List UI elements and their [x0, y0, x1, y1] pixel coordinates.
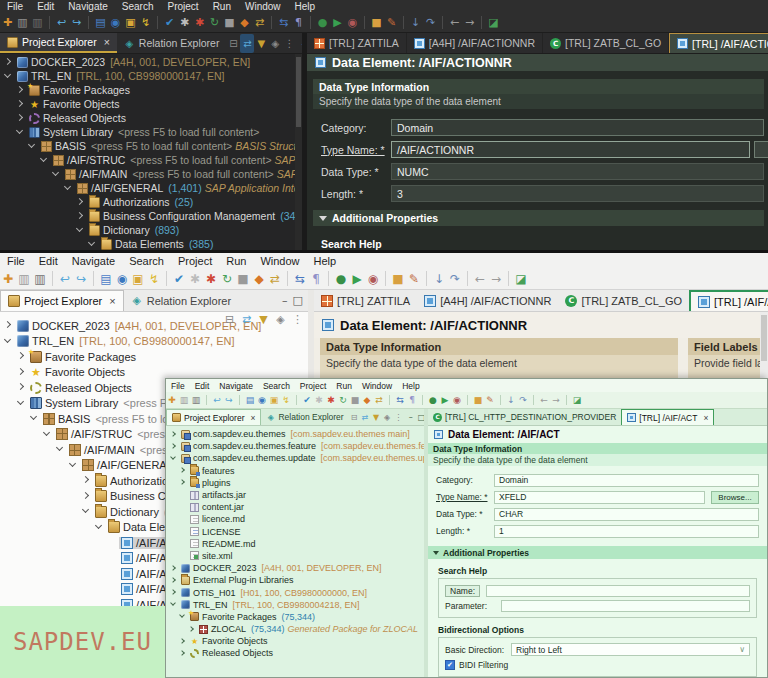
tree-item-artifacts-jar[interactable]: artifacts.jar — [166, 489, 424, 501]
tab-project-explorer[interactable]: Project Explorer × — [0, 33, 117, 53]
focus-icon[interactable]: ◈ — [268, 34, 282, 53]
tree-item-external-plug-in-libraries[interactable]: External Plug-in Libraries — [166, 574, 424, 586]
view-menu-icon[interactable]: ⋮ — [290, 312, 305, 330]
refresh-icon[interactable]: ↻ — [207, 16, 222, 29]
activate-icon[interactable]: ↯ — [146, 272, 162, 286]
type-name-input[interactable]: XFELD — [494, 491, 705, 504]
tree-item-favorite-packages[interactable]: Favorite Packages — [0, 349, 308, 365]
run-check-icon[interactable]: ✔ — [301, 395, 313, 405]
menu-search[interactable]: Search — [115, 1, 161, 12]
compare-icon[interactable]: ⇆ — [292, 272, 308, 286]
editor-tab-trl-cl-http-destination-provider[interactable]: [TRL] CL_HTTP_DESTINATION_PROVIDER — [428, 409, 621, 425]
last-edit-location-icon[interactable]: ◪ — [571, 395, 583, 405]
run-check-icon[interactable]: ✔ — [162, 16, 177, 29]
run-icon[interactable]: ▶ — [330, 16, 345, 29]
debug-icon[interactable]: ● — [427, 395, 439, 405]
collapse-all-icon[interactable]: ⊟ — [226, 34, 240, 53]
menu-edit[interactable]: Edit — [30, 1, 61, 12]
expander-icon[interactable] — [16, 352, 25, 361]
expander-icon[interactable] — [75, 226, 84, 235]
open-resource-icon[interactable]: ■ — [369, 16, 384, 29]
tree-item-content-jar[interactable]: content.jar — [166, 501, 424, 513]
expander-icon[interactable] — [15, 86, 24, 95]
menu-navigate[interactable]: Navigate — [61, 1, 114, 12]
feed-reader-icon[interactable]: ◆ — [251, 272, 267, 286]
expander-icon[interactable] — [178, 479, 185, 486]
tree-item-com-sapdev-eu-themes[interactable]: com.sapdev.eu.themes[com.sapdev.eu.theme… — [166, 428, 424, 440]
redo-icon[interactable]: ↪ — [69, 16, 84, 29]
expander-icon[interactable] — [15, 128, 24, 137]
focus-icon[interactable]: ◈ — [273, 312, 288, 330]
category-input[interactable]: Domain — [494, 474, 759, 487]
back-icon[interactable]: ← — [538, 395, 550, 405]
open-sap-gui-icon[interactable]: ▣ — [268, 395, 280, 405]
redo-icon[interactable]: ↪ — [73, 272, 89, 286]
expander-icon[interactable] — [63, 184, 72, 193]
tree-item-com-sapdev-eu-themes-update[interactable]: com.sapdev.eu.themes.update[com.sapdev.e… — [166, 452, 424, 464]
expander-icon[interactable] — [16, 399, 25, 408]
tree-item-released-objects[interactable]: Released Objects — [0, 111, 302, 125]
format-icon[interactable]: ✎ — [484, 395, 496, 405]
tree-item-favorite-objects[interactable]: Favorite Objects — [0, 97, 302, 111]
tree-item-authorizations[interactable]: Authorizations(25) — [0, 195, 302, 209]
menu-search[interactable]: Search — [258, 381, 295, 391]
menu-window[interactable]: Window — [357, 381, 397, 391]
menu-file[interactable]: File — [0, 1, 30, 12]
refresh-icon[interactable]: ↻ — [337, 395, 349, 405]
forward-icon[interactable]: → — [550, 395, 562, 405]
show-whitespace-icon[interactable]: ¶ — [406, 395, 418, 405]
expander-icon[interactable] — [169, 577, 176, 584]
tab-project-explorer[interactable]: Project Explorer × — [166, 409, 261, 425]
additional-properties-section[interactable]: Additional Properties — [428, 546, 767, 559]
scrollbar-vertical[interactable] — [295, 54, 302, 250]
tree-item-dictionary[interactable]: Dictionary(893) — [0, 223, 302, 237]
editor-tab-a4h-aif-actionnr[interactable]: [A4H] /AIF/ACTIONNR — [417, 290, 558, 311]
refresh-icon[interactable]: ↻ — [219, 272, 235, 286]
link-with-editor-icon[interactable]: ⇄ — [239, 312, 254, 330]
minimize-icon[interactable]: – — [282, 294, 288, 307]
menu-file[interactable]: File — [166, 381, 190, 391]
profile-icon[interactable]: ◉ — [365, 272, 381, 286]
open-resource-icon[interactable]: ■ — [472, 395, 484, 405]
filter-icon[interactable]: ▼ — [371, 410, 382, 425]
forward-icon[interactable]: → — [462, 16, 477, 29]
forward-icon[interactable]: → — [488, 272, 504, 286]
debug-icon[interactable]: ● — [315, 16, 330, 29]
expander-icon[interactable] — [16, 368, 25, 377]
step-over-icon[interactable]: ↷ — [423, 16, 438, 29]
menu-edit[interactable]: Edit — [190, 381, 215, 391]
show-in-editor-icon[interactable]: ▤ — [244, 395, 256, 405]
undo-icon[interactable]: ↩ — [57, 272, 73, 286]
expander-icon[interactable] — [169, 443, 176, 450]
last-edit-location-icon[interactable]: ◪ — [486, 16, 501, 29]
expander-icon[interactable] — [81, 476, 90, 485]
tree-item-otis-h01[interactable]: OTIS_H01[H01, 100, CB9980000000, EN] — [166, 586, 424, 598]
tree-item-system-library[interactable]: System Library<press F5 to load full con… — [0, 125, 302, 139]
tree-item-trl-en[interactable]: TRL_EN[TRL, 100, CB9980000147, EN] — [0, 334, 308, 350]
expander-icon[interactable] — [51, 170, 60, 179]
editor-tab-a4h-aif-actionnr[interactable]: [A4H] /AIF/ACTIONNR — [407, 33, 543, 53]
tree-item-license[interactable]: LICENSE — [166, 526, 424, 538]
view-menu-icon[interactable]: ⋮ — [393, 410, 404, 425]
expander-icon[interactable] — [178, 638, 185, 645]
collapse-all-icon[interactable]: ⊟ — [349, 410, 360, 425]
menu-run[interactable]: Run — [206, 1, 238, 12]
expander-icon[interactable] — [94, 523, 103, 532]
expander-icon[interactable] — [3, 337, 12, 346]
menu-help[interactable]: Help — [288, 1, 323, 12]
name-input[interactable] — [486, 585, 750, 597]
redo-icon[interactable]: ↪ — [223, 395, 235, 405]
tree-item-data-elements[interactable]: Data Elements(385) — [0, 237, 302, 250]
expander-icon[interactable] — [27, 142, 36, 151]
tree-item-favorite-packages[interactable]: Favorite Packages — [0, 83, 302, 97]
tree-item-readme-md[interactable]: README.md — [166, 538, 424, 550]
browse-button[interactable]: Browse... — [711, 491, 759, 504]
last-edit-location-icon[interactable]: ◪ — [513, 272, 529, 286]
tab-relation-explorer[interactable]: Relation Explorer — [261, 409, 348, 425]
category-input[interactable]: Domain — [391, 119, 764, 136]
menu-file[interactable]: File — [0, 255, 32, 267]
tree-item-docker-2023[interactable]: DOCKER_2023[A4H, 001, DEVELOPER, EN] — [166, 562, 424, 574]
expander-icon[interactable] — [169, 431, 176, 438]
expander-icon[interactable] — [42, 430, 51, 439]
step-into-icon[interactable]: ↓ — [408, 16, 423, 29]
